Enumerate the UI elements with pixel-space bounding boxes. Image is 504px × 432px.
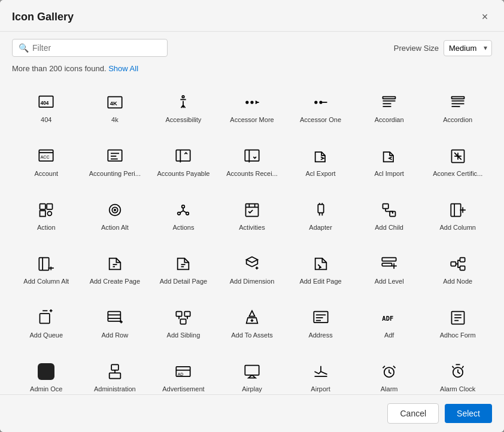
svg-point-34	[114, 209, 116, 211]
icon-label: Add Column	[439, 223, 476, 232]
icon-image	[105, 254, 125, 273]
icon-image	[311, 254, 330, 273]
icon-label: Account	[34, 169, 58, 178]
cancel-button[interactable]: Cancel	[387, 403, 439, 424]
icon-image	[242, 362, 262, 381]
icon-label: Acl Import	[374, 169, 404, 178]
found-text-bar: More than 200 icons found. Show All	[0, 64, 504, 78]
icon-image	[37, 308, 56, 327]
icon-label: Add Sibling	[167, 331, 201, 339]
icon-cell[interactable]: Add Row	[81, 296, 150, 349]
icon-label: 404	[41, 115, 51, 124]
icon-cell[interactable]: Acl Import	[355, 134, 424, 188]
icon-cell[interactable]: Actions	[149, 188, 218, 242]
icon-label: Activities	[239, 223, 265, 232]
icon-image	[379, 93, 399, 112]
icon-cell[interactable]: Acl Export	[286, 134, 355, 188]
icon-cell[interactable]: Alarm	[355, 349, 424, 394]
icon-cell[interactable]: Action	[12, 188, 81, 242]
icon-cell[interactable]: Accordian	[355, 80, 424, 134]
icon-cell[interactable]: 404 404	[12, 80, 81, 134]
icon-cell[interactable]: Add Child	[355, 188, 424, 242]
icon-image	[379, 362, 399, 381]
svg-rect-97	[110, 373, 121, 378]
show-all-link[interactable]: Show All	[108, 64, 138, 73]
icon-label: Administration	[94, 385, 136, 393]
icon-cell[interactable]: Adhoc Form	[423, 296, 492, 349]
icon-label: Add Dimension	[230, 277, 275, 285]
icon-cell[interactable]: Accounting Peri...	[81, 134, 150, 188]
icon-image	[105, 200, 125, 220]
icon-cell[interactable]: Accordion	[423, 80, 492, 134]
svg-text:AD: AD	[178, 372, 184, 376]
icon-cell[interactable]: Add Dimension	[218, 242, 287, 296]
svg-rect-30	[47, 203, 52, 209]
icon-cell[interactable]: Add Create Page	[81, 242, 150, 296]
icon-cell[interactable]: ACC Account	[12, 134, 81, 188]
size-select[interactable]: Small Medium Large	[444, 40, 492, 56]
icon-cell[interactable]: Add Column Alt	[12, 242, 81, 296]
svg-rect-46	[383, 203, 388, 208]
icon-image	[242, 147, 262, 166]
icon-cell[interactable]: Accessor One	[286, 80, 355, 134]
icon-image	[448, 362, 467, 381]
dialog-header: Icon Gallery ×	[0, 0, 504, 32]
icon-cell[interactable]: Add Edit Page	[286, 242, 355, 296]
icon-cell[interactable]: Alarm Clock	[423, 349, 492, 394]
close-button[interactable]: ×	[478, 10, 492, 24]
icon-image: ACC	[37, 147, 56, 166]
icon-cell[interactable]: Address	[286, 296, 355, 349]
icon-cell[interactable]: ADF Adf	[355, 296, 424, 349]
svg-text:ADF: ADF	[382, 315, 393, 322]
icon-label: Add Node	[443, 277, 472, 285]
icon-label: 4k	[111, 115, 119, 124]
icon-cell[interactable]: Action Alt	[81, 188, 150, 242]
icon-cell[interactable]: Add Queue	[12, 296, 81, 349]
svg-rect-64	[382, 257, 396, 261]
icon-cell[interactable]: AD Advertisement	[149, 349, 218, 394]
icon-cell[interactable]: Adapter	[286, 188, 355, 242]
icon-cell[interactable]: 4K 4k	[81, 80, 150, 134]
icon-cell[interactable]: Accessor More	[218, 80, 287, 134]
svg-line-40	[183, 211, 187, 213]
icon-cell[interactable]: Accounts Recei...	[218, 134, 287, 188]
icon-cell[interactable]: Add Sibling	[149, 296, 218, 349]
svg-rect-49	[451, 203, 460, 216]
admin-oce-icon	[38, 363, 54, 380]
icon-label: Add Row	[102, 331, 129, 339]
svg-line-39	[180, 211, 184, 213]
icon-cell[interactable]: Add Level	[355, 242, 424, 296]
icon-cell[interactable]: Add Node	[423, 242, 492, 296]
icon-cell[interactable]: Administration	[81, 349, 150, 394]
icon-cell[interactable]: Admin Oce	[12, 349, 81, 394]
icon-label: Accounting Peri...	[89, 169, 141, 178]
icon-cell[interactable]: Airplay	[218, 349, 287, 394]
dialog-title: Icon Gallery	[12, 11, 74, 23]
icon-cell[interactable]: Airport	[286, 349, 355, 394]
icon-cell[interactable]: Accessibility	[149, 80, 218, 134]
icon-cell[interactable]: Add Column	[423, 188, 492, 242]
found-count-text: More than 200 icons found.	[12, 64, 107, 73]
icon-label: Airplay	[242, 385, 262, 393]
svg-rect-82	[185, 311, 190, 316]
icon-cell[interactable]: Activities	[218, 188, 287, 242]
svg-point-35	[182, 205, 185, 208]
icon-cell[interactable]: Accounts Payable	[149, 134, 218, 188]
icon-image	[311, 362, 330, 381]
icon-label: Accessor One	[300, 115, 341, 124]
icon-cell[interactable]: Add Detail Page	[149, 242, 218, 296]
icon-cell[interactable]: Add To Assets	[218, 296, 287, 349]
svg-point-4	[183, 96, 185, 98]
icon-grid-wrapper: 404 404 4K 4k Accessibility Accessor Mor…	[0, 78, 504, 394]
svg-rect-53	[40, 257, 49, 270]
icon-gallery-dialog: Icon Gallery × 🔍 Preview Size Small Medi…	[0, 0, 504, 432]
icon-label: Add Detail Page	[160, 277, 208, 285]
select-button[interactable]: Select	[445, 404, 492, 423]
search-input[interactable]	[32, 43, 161, 53]
icon-label: Accessibility	[165, 115, 201, 124]
svg-rect-29	[40, 203, 45, 209]
size-select-wrapper: Small Medium Large	[444, 40, 492, 56]
search-icon: 🔍	[19, 43, 29, 53]
icon-cell[interactable]: Aconex Certific...	[423, 134, 492, 188]
icon-image	[37, 200, 56, 220]
